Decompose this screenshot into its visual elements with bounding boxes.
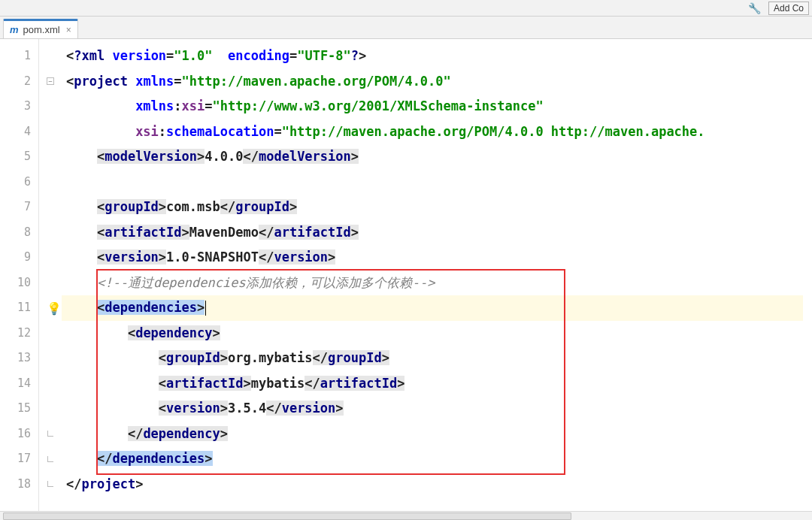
intention-bulb-icon[interactable]: 💡 [47,301,62,316]
code-line: xsi:schemaLocation="http://maven.apache.… [62,119,812,145]
line-number: 10 [0,271,31,296]
code-editor[interactable]: 1 2 3 4 5 6 7 8 9 10 11 12 13 14 15 16 1… [0,39,812,511]
line-number: 3 [0,94,31,119]
code-line: <modelVersion>4.0.0</modelVersion> [62,144,812,170]
line-number: 11 [0,295,31,321]
code-line: </dependency> [62,422,812,447]
fold-end-icon [47,431,53,437]
horizontal-scrollbar[interactable] [0,511,812,520]
code-line: <version>1.0-SNAPSHOT</version> [62,245,812,271]
code-line: <groupId>com.msb</groupId> [62,195,812,220]
code-line: <dependency> [62,321,812,346]
code-line: <groupId>org.mybatis</groupId> [62,346,812,371]
wrench-icon[interactable]: 🔧 [748,2,761,14]
fold-icon[interactable]: − [47,77,54,85]
line-number-gutter: 1 2 3 4 5 6 7 8 9 10 11 12 13 14 15 16 1… [0,39,39,511]
text-caret [205,301,206,316]
add-configuration-button[interactable]: Add Co [768,2,809,15]
line-number: 7 [0,195,31,220]
line-number: 6 [0,170,31,195]
code-area[interactable]: <?xml version="1.0" encoding="UTF-8"?> <… [62,39,812,511]
line-number: 13 [0,346,31,371]
vertical-scrollbar[interactable] [803,39,812,511]
line-number: 1 [0,44,31,69]
maven-file-icon: m [10,24,19,35]
code-line: xmlns:xsi="http://www.w3.org/2001/XMLSch… [62,94,812,119]
code-line: <artifactId>MavenDemo</artifactId> [62,220,812,246]
top-toolbar: 🔧 Add Co [0,0,812,17]
close-icon[interactable]: × [66,25,71,35]
code-line [62,170,812,195]
line-number: 12 [0,321,31,346]
code-line: </project> [62,472,812,497]
editor-tab-strip: m pom.xml × [0,17,812,39]
line-number: 9 [0,245,31,271]
code-line-current: <dependencies> [62,295,812,321]
tab-label: pom.xml [23,24,60,35]
line-number: 2 [0,69,31,95]
line-number: 5 [0,144,31,170]
fold-gutter: − [39,39,62,511]
tab-pom-xml[interactable]: m pom.xml × [3,19,78,38]
code-line: <?xml version="1.0" encoding="UTF-8"?> [62,44,812,69]
line-number: 18 [0,472,31,497]
code-line: <version>3.5.4</version> [62,396,812,422]
fold-end-icon [47,456,53,462]
line-number: 17 [0,446,31,472]
code-line: <artifactId>mybatis</artifactId> [62,371,812,397]
code-line: </dependencies> [62,446,812,472]
code-line: <project xmlns="http://maven.apache.org/… [62,69,812,95]
line-number: 16 [0,422,31,447]
line-number: 4 [0,119,31,145]
scrollbar-thumb[interactable] [3,512,571,520]
line-number: 15 [0,396,31,422]
line-number: 14 [0,371,31,397]
line-number: 8 [0,220,31,246]
code-line: <!--通过dependencies添加依赖，可以添加多个依赖--> [62,271,812,296]
fold-end-icon [47,481,53,487]
